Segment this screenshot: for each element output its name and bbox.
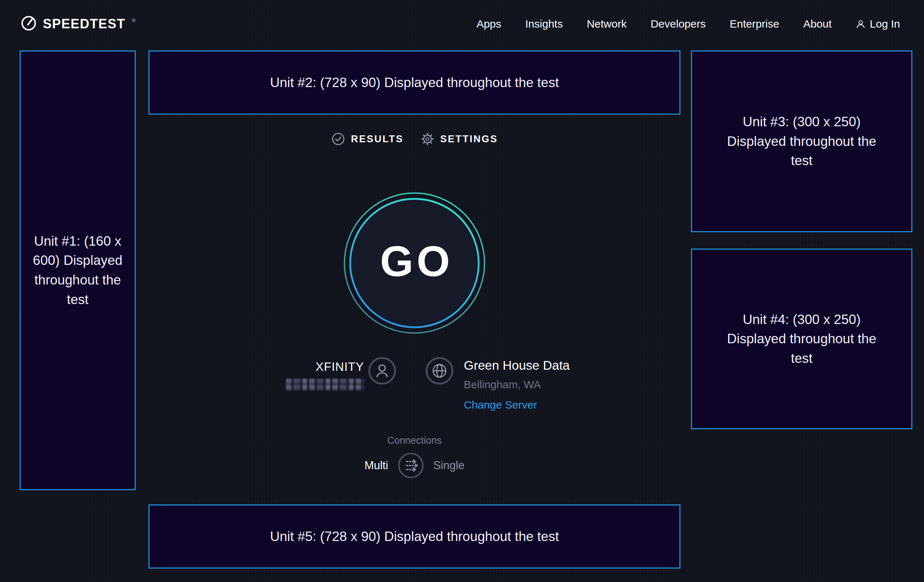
ad-unit-5-text: Unit #5: (728 x 90) Displayed throughout…	[270, 527, 559, 546]
connections-label: Connections	[148, 435, 680, 446]
top-nav: SPEEDTEST ® Apps Insights Network Develo…	[0, 0, 924, 48]
nav-item-enterprise[interactable]: Enterprise	[729, 18, 779, 30]
change-server-link[interactable]: Change Server	[464, 399, 537, 411]
server-location: Bellingham, WA	[464, 378, 570, 391]
go-label: GO	[380, 237, 453, 286]
nav-item-apps[interactable]: Apps	[477, 18, 501, 30]
server-name: Green House Data	[464, 358, 570, 372]
brand-trademark: ®	[132, 18, 136, 23]
server-info: Green House Data Bellingham, WA Change S…	[464, 358, 570, 411]
ad-unit-2[interactable]: Unit #2: (728 x 90) Displayed throughout…	[148, 50, 680, 115]
nav-item-about[interactable]: About	[803, 18, 832, 30]
isp-ip-redacted	[286, 378, 364, 391]
tab-settings-label: SETTINGS	[440, 134, 498, 145]
go-button[interactable]: GO	[343, 192, 485, 334]
tab-bar: RESULTS	[148, 132, 680, 146]
nav-item-developers[interactable]: Developers	[651, 18, 706, 30]
isp-block: XFINITY	[264, 360, 364, 391]
gear-icon	[420, 132, 435, 146]
main-menu: Apps Insights Network Developers Enterpr…	[477, 18, 900, 30]
nav-item-network[interactable]: Network	[587, 18, 627, 30]
multi-arrows-circle-icon[interactable]	[398, 452, 424, 478]
brand-name: SPEEDTEST	[43, 16, 125, 31]
speedtest-page: SPEEDTEST ® Apps Insights Network Develo…	[0, 0, 924, 582]
person-circle-icon	[368, 357, 396, 385]
ad-unit-5[interactable]: Unit #5: (728 x 90) Displayed throughout…	[148, 505, 680, 569]
server-row: XFINITY Green House Data	[148, 357, 680, 420]
ad-unit-1-text: Unit #1: (160 x 600) Displayed throughou…	[31, 231, 124, 310]
ad-unit-2-text: Unit #2: (728 x 90) Displayed throughout…	[270, 73, 559, 92]
connections-multi-label[interactable]: Multi	[365, 459, 388, 472]
tab-results[interactable]: RESULTS	[331, 132, 404, 146]
main-content: Unit #2: (728 x 90) Displayed throughout…	[148, 50, 680, 569]
ad-unit-4-text: Unit #4: (300 x 250) Displayed throughou…	[715, 310, 888, 368]
speedtest-gauge-icon	[20, 15, 37, 33]
tab-settings[interactable]: SETTINGS	[420, 132, 498, 146]
ad-unit-3[interactable]: Unit #3: (300 x 250) Displayed throughou…	[691, 50, 912, 232]
ad-unit-3-text: Unit #3: (300 x 250) Displayed throughou…	[715, 112, 888, 171]
nav-item-insights[interactable]: Insights	[525, 18, 563, 30]
connections-single-label[interactable]: Single	[433, 459, 465, 472]
ad-unit-4[interactable]: Unit #4: (300 x 250) Displayed throughou…	[691, 249, 912, 429]
brand-logo[interactable]: SPEEDTEST ®	[20, 15, 135, 33]
ad-unit-1[interactable]: Unit #1: (160 x 600) Displayed throughou…	[20, 50, 136, 490]
tab-results-label: RESULTS	[351, 134, 404, 145]
person-icon	[856, 19, 866, 29]
isp-name: XFINITY	[264, 360, 364, 374]
check-circle-icon	[331, 132, 345, 146]
connections-section: Connections Multi	[148, 435, 680, 478]
login-label: Log In	[870, 18, 900, 30]
nav-item-login[interactable]: Log In	[856, 18, 900, 30]
connections-row: Multi Single	[148, 452, 680, 478]
globe-circle-icon	[426, 357, 453, 385]
